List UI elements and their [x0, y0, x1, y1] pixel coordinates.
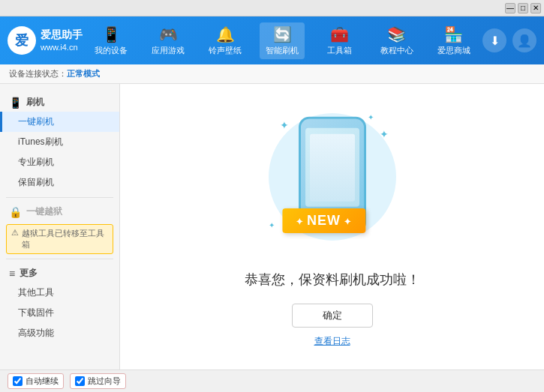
logo-area: 爱 爱思助手 www.i4.cn: [8, 26, 83, 55]
more-section-label: 更多: [20, 267, 38, 280]
sidebar-divider-2: [6, 259, 113, 259]
jailbreak-section-label: 一键越狱: [26, 205, 62, 218]
conn-status: 正常模式: [67, 68, 100, 79]
logo-char: 爱: [15, 31, 29, 49]
success-illustration: ✦ ✦ ✦ ✦ NEW: [257, 106, 407, 256]
nav-items: 📱 我的设备 🎮 应用游戏 🔔 铃声壁纸 🔄 智能刷机 🧰 工具箱 📚 教程中心…: [83, 22, 482, 59]
more-section-icon: ≡: [9, 268, 15, 280]
main-content: 📱 刷机 一键刷机 iTunes刷机 专业刷机 保留刷机 🔒 一键越狱 ⚠ 越狱…: [0, 84, 544, 370]
nav-apps-label: 应用游戏: [152, 45, 185, 56]
new-ribbon: NEW: [282, 208, 365, 233]
sidebar-item-advanced[interactable]: 高级功能: [0, 323, 119, 343]
flash-section-label: 刷机: [26, 96, 44, 109]
download-firmware-label: 下载固件: [18, 307, 54, 318]
other-tools-label: 其他工具: [18, 287, 54, 298]
content-area: ✦ ✦ ✦ ✦ NEW 恭喜您，保资料刷机成功啦！ 确定 查看日志: [120, 84, 544, 370]
sidebar-jailbreak-notice: ⚠ 越狱工具已转移至工具箱: [6, 224, 113, 254]
header: 爱 爱思助手 www.i4.cn 📱 我的设备 🎮 应用游戏 🔔 铃声壁纸 🔄 …: [0, 16, 544, 64]
skip-wizard-checkbox[interactable]: [75, 376, 85, 386]
history-link[interactable]: 查看日志: [314, 335, 350, 348]
sidebar-item-one-click-flash[interactable]: 一键刷机: [0, 112, 119, 132]
nav-my-device[interactable]: 📱 我的设备: [89, 22, 134, 59]
nav-ringtones[interactable]: 🔔 铃声壁纸: [203, 22, 248, 59]
flash-section-icon: 📱: [9, 97, 22, 109]
sidebar-item-itunes-flash[interactable]: iTunes刷机: [0, 132, 119, 152]
sidebar-item-other-tools[interactable]: 其他工具: [0, 283, 119, 303]
star-1: ✦: [280, 119, 289, 131]
skip-wizard-group: 跳过向导: [70, 373, 126, 389]
tutorials-icon: 📚: [387, 25, 406, 43]
save-data-flash-label: 保留刷机: [18, 177, 54, 187]
nav-shop[interactable]: 🏪 爱思商城: [431, 22, 476, 59]
nav-apps-games[interactable]: 🎮 应用游戏: [146, 22, 191, 59]
nav-toolbox-label: 工具箱: [327, 45, 352, 56]
ringtones-icon: 🔔: [216, 25, 235, 43]
sidebar-item-download-firmware[interactable]: 下载固件: [0, 303, 119, 323]
auto-flash-checkbox[interactable]: [13, 376, 23, 386]
nav-smart-flash-label: 智能刷机: [266, 45, 299, 56]
sidebar-divider-1: [6, 197, 113, 198]
star-4: ✦: [380, 128, 389, 140]
nav-my-device-label: 我的设备: [95, 45, 128, 56]
phone-screen-inner: [310, 133, 355, 201]
conn-label: 设备连接状态：: [9, 68, 67, 79]
jailbreak-notice-text: 越狱工具已转移至工具箱: [22, 228, 108, 250]
auto-flash-group: 自动继续: [8, 373, 64, 389]
maximize-btn[interactable]: □: [518, 3, 528, 13]
nav-ringtones-label: 铃声壁纸: [209, 45, 242, 56]
conn-bar: 设备连接状态： 正常模式: [0, 64, 544, 84]
sidebar-item-pro-flash[interactable]: 专业刷机: [0, 152, 119, 172]
shop-icon: 🏪: [444, 25, 463, 43]
status-bar: 自动继续 跳过向导: [0, 370, 544, 392]
nav-smart-flash[interactable]: 🔄 智能刷机: [260, 22, 305, 59]
confirm-button[interactable]: 确定: [292, 304, 373, 328]
sidebar-more-header: ≡ 更多: [0, 264, 119, 283]
sidebar-item-save-data-flash[interactable]: 保留刷机: [0, 172, 119, 193]
nav-toolbox[interactable]: 🧰 工具箱: [317, 22, 362, 59]
itunes-flash-label: iTunes刷机: [18, 136, 63, 147]
success-title: 恭喜您，保资料刷机成功啦！: [245, 271, 420, 289]
logo-icon: 爱: [8, 26, 36, 55]
minimize-btn[interactable]: —: [505, 3, 515, 13]
device-icon: 📱: [102, 25, 121, 43]
download-btn[interactable]: ⬇: [482, 28, 506, 52]
close-btn[interactable]: ✕: [530, 3, 541, 13]
header-right: ⬇ 👤: [482, 28, 536, 52]
skip-wizard-label: 跳过向导: [88, 376, 121, 387]
one-click-flash-label: 一键刷机: [18, 116, 54, 127]
smart-flash-icon: 🔄: [273, 25, 292, 43]
star-3: ✦: [269, 221, 275, 229]
advanced-label: 高级功能: [18, 328, 54, 338]
jailbreak-notice-icon: ⚠: [11, 228, 19, 238]
apps-icon: 🎮: [159, 25, 178, 43]
title-bar: — □ ✕: [0, 0, 544, 16]
pro-flash-label: 专业刷机: [18, 157, 54, 167]
jailbreak-section-icon: 🔒: [9, 206, 22, 218]
nav-tutorials[interactable]: 📚 教程中心: [374, 22, 419, 59]
user-btn[interactable]: 👤: [512, 28, 536, 52]
star-2: ✦: [368, 113, 374, 121]
logo-sub: www.i4.cn: [41, 42, 83, 53]
sidebar: 📱 刷机 一键刷机 iTunes刷机 专业刷机 保留刷机 🔒 一键越狱 ⚠ 越狱…: [0, 84, 120, 370]
logo-main: 爱思助手: [41, 28, 83, 43]
nav-shop-label: 爱思商城: [437, 45, 470, 56]
auto-flash-label: 自动继续: [26, 376, 59, 387]
phone-screen: [305, 128, 359, 207]
sidebar-flash-header: 📱 刷机: [0, 93, 119, 112]
logo-text: 爱思助手 www.i4.cn: [41, 28, 83, 54]
nav-tutorials-label: 教程中心: [380, 45, 413, 56]
toolbox-icon: 🧰: [330, 25, 349, 43]
sidebar-jailbreak-header: 🔒 一键越狱: [0, 202, 119, 221]
